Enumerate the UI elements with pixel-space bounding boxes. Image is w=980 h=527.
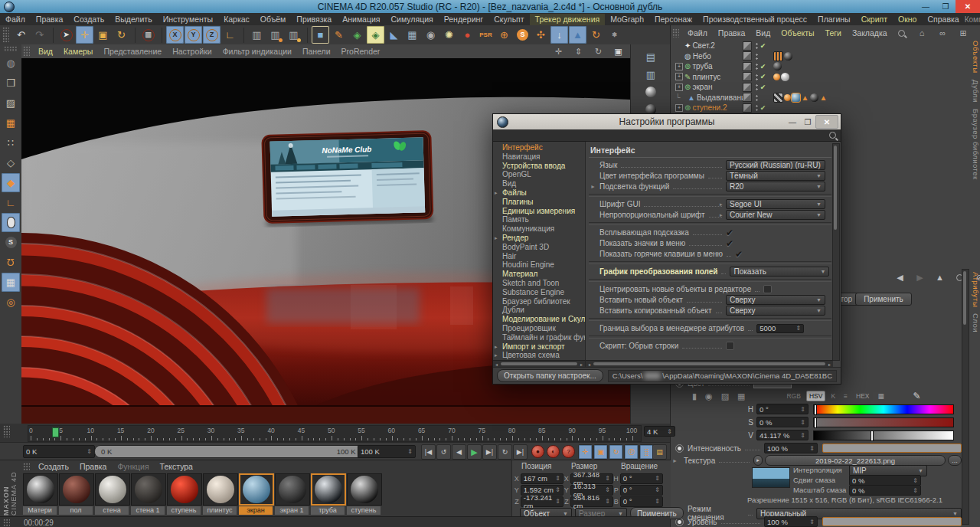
psr-icon[interactable]: PSR bbox=[477, 26, 495, 44]
pref-dropdown[interactable]: Тёмный▼ bbox=[726, 171, 825, 181]
material-thumbnail[interactable] bbox=[311, 473, 346, 506]
mode-toolbar-grip[interactable] bbox=[4, 46, 18, 52]
timeline-grip[interactable] bbox=[3, 425, 10, 437]
blur-scale-field[interactable]: 0 %⇕ bbox=[849, 485, 921, 496]
generators-icon[interactable]: ◈ bbox=[348, 26, 366, 44]
checkbox-unchecked-icon[interactable] bbox=[726, 342, 734, 350]
search-icon[interactable] bbox=[829, 132, 836, 139]
layer-color-chip[interactable] bbox=[743, 93, 752, 102]
om-menu-Объекты[interactable]: Объекты bbox=[776, 28, 819, 39]
value-field[interactable]: 41.117 %⇕ bbox=[756, 430, 808, 440]
pref-category-Рендер[interactable]: ▸Рендер bbox=[493, 234, 585, 243]
render-view-icon[interactable]: ▥ bbox=[248, 26, 266, 44]
intensity-field[interactable]: 100 %⇕ bbox=[764, 443, 818, 453]
viewport-menu-Настройки[interactable]: Настройки bbox=[167, 46, 217, 57]
material-menu-Правка[interactable]: Правка bbox=[74, 461, 112, 473]
menu-item-Окно[interactable]: Окно bbox=[893, 14, 922, 25]
expand-arrow-icon[interactable]: ► bbox=[590, 184, 596, 189]
pref-category-BodyPaint 3D[interactable]: BodyPaint 3D bbox=[493, 243, 585, 252]
menu-item-Справка[interactable]: Справка bbox=[922, 14, 964, 25]
spinner-icon[interactable]: ⇕ bbox=[87, 448, 92, 455]
texture-thumbnail[interactable] bbox=[752, 467, 790, 488]
layout-panel-icon[interactable]: ▤ bbox=[642, 49, 659, 64]
spinner-icon[interactable]: ⇕ bbox=[407, 448, 413, 455]
modifiers-icon[interactable]: ◈ bbox=[367, 26, 384, 44]
pref-dropdown[interactable]: Сверху▼ bbox=[726, 295, 825, 305]
scatter-icon[interactable]: ✣ bbox=[532, 26, 550, 44]
xyz-global-icon[interactable]: ⊕ bbox=[495, 26, 513, 44]
om-path-icon[interactable]: ∞ bbox=[934, 25, 952, 42]
polygons-mode-icon[interactable]: ◆ bbox=[2, 173, 20, 192]
saturation-slider[interactable] bbox=[813, 417, 954, 427]
range-end-field[interactable]: 100 K ⇕ bbox=[358, 445, 416, 458]
enabled-check-icon[interactable]: ✔ bbox=[758, 104, 768, 112]
hue-slider[interactable] bbox=[813, 404, 954, 414]
timeline-playhead[interactable] bbox=[52, 427, 59, 437]
option-arrow-icon[interactable]: ▸ bbox=[720, 201, 723, 208]
coord-input[interactable]: 0 °⇕ bbox=[620, 485, 663, 496]
keying-presets-button[interactable]: ▤ bbox=[652, 444, 667, 460]
scroll-right-icon[interactable]: ▸ bbox=[578, 362, 585, 367]
om-add-icon[interactable]: ⊞ bbox=[955, 25, 972, 42]
menu-item-Плагины[interactable]: Плагины bbox=[812, 14, 856, 25]
phong-tag-icon[interactable] bbox=[784, 94, 791, 101]
expand-arrow-icon[interactable]: ► bbox=[672, 458, 678, 463]
current-frame-field[interactable]: 4 K ⇕ bbox=[644, 426, 675, 437]
material-menu-Текстура[interactable]: Текстура bbox=[155, 461, 198, 473]
pref-category-Цветовая схема[interactable]: ▸Цветовая схема bbox=[493, 351, 585, 360]
am-back-icon[interactable]: ◀ bbox=[891, 269, 909, 286]
minimize-button[interactable]: — bbox=[916, 0, 936, 13]
lock-y-icon[interactable]: Y bbox=[185, 26, 202, 44]
spinner-icon[interactable]: ⇕ bbox=[809, 445, 815, 452]
mode-RGB[interactable]: RGB bbox=[783, 391, 803, 401]
object-row-плинтус[interactable]: +✎плинтус✔ bbox=[671, 72, 969, 83]
material-menu-Создать[interactable]: Создать bbox=[33, 461, 74, 473]
layer-color-chip[interactable] bbox=[743, 62, 752, 71]
menu-item-Трекер движения[interactable]: Трекер движения bbox=[530, 14, 606, 25]
visibility-dots-icon[interactable] bbox=[754, 52, 758, 61]
checkbox-unchecked-icon[interactable] bbox=[763, 285, 772, 293]
coord-input[interactable]: 354.816 cm⇕ bbox=[570, 496, 613, 507]
open-prefs-folder-button[interactable]: Открыть папку настроек... bbox=[497, 369, 603, 382]
object-row-труба[interactable]: +⊚труба✔ bbox=[671, 61, 969, 72]
attribute-scrollbar[interactable] bbox=[962, 269, 969, 525]
spinner-icon[interactable]: ⇕ bbox=[795, 325, 801, 332]
menu-item-Анимация[interactable]: Анимация bbox=[337, 14, 385, 25]
expand-icon[interactable]: + bbox=[675, 83, 683, 91]
material-thumbnail[interactable] bbox=[239, 473, 274, 506]
dock-tab-Слои[interactable]: Слои bbox=[970, 313, 980, 332]
record-parameter-toggle[interactable]: Ⓟ bbox=[624, 444, 639, 460]
layer-color-chip[interactable] bbox=[743, 41, 752, 51]
dock-tab-Браузер библиотек[interactable]: Браузер библиотек bbox=[970, 109, 980, 180]
pref-category-Устройства ввода[interactable]: Устройства ввода bbox=[493, 162, 585, 171]
spinner-icon[interactable]: ⇕ bbox=[605, 486, 610, 493]
close-button[interactable]: ✕ bbox=[956, 0, 980, 13]
enabled-check-icon[interactable]: ✔ bbox=[758, 83, 768, 91]
rotate-icon[interactable]: ↻ bbox=[113, 26, 130, 44]
material-труба[interactable]: труба bbox=[311, 473, 345, 515]
pref-category-Sketch and Toon[interactable]: Sketch and Toon bbox=[493, 279, 585, 288]
menu-item-Скрипт[interactable]: Скрипт bbox=[856, 14, 893, 25]
toolbar-grip[interactable] bbox=[2, 27, 9, 43]
remesh-icon[interactable]: ↻ bbox=[587, 26, 605, 44]
mat-light-tag-icon[interactable] bbox=[781, 73, 789, 81]
spinner-icon[interactable]: ⇕ bbox=[655, 475, 660, 482]
om-menu-Файл[interactable]: Файл bbox=[682, 28, 713, 39]
om-menu-Вид[interactable]: Вид bbox=[750, 28, 776, 39]
menu-item-Производственный процесс[interactable]: Производственный процесс bbox=[697, 14, 812, 25]
value-marker[interactable] bbox=[871, 430, 874, 441]
material-thumbnail[interactable] bbox=[59, 473, 94, 506]
settings-gear-icon[interactable]: ✱ bbox=[606, 26, 623, 44]
mode-▦[interactable]: ▦ bbox=[875, 391, 887, 401]
checkbox-checked-icon[interactable]: ✔ bbox=[726, 240, 733, 247]
mat-dark-tag-icon[interactable] bbox=[773, 62, 782, 70]
layer-color-chip[interactable] bbox=[743, 72, 752, 81]
autokey-button[interactable]: ◐ bbox=[547, 445, 560, 458]
expand-icon[interactable]: + bbox=[675, 104, 683, 112]
pref-category-Материал[interactable]: Материал bbox=[493, 270, 585, 279]
eyedropper-icon[interactable]: ✎ bbox=[910, 391, 924, 401]
value-slider[interactable] bbox=[813, 430, 954, 440]
om-search-icon[interactable] bbox=[893, 25, 910, 42]
planar-workplane-icon[interactable]: ◎ bbox=[2, 293, 20, 312]
viewport-menu-Вид[interactable]: Вид bbox=[33, 46, 58, 57]
